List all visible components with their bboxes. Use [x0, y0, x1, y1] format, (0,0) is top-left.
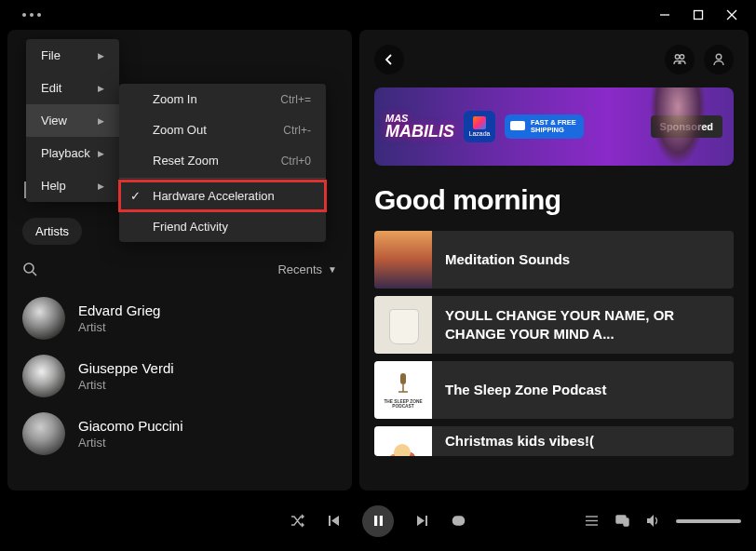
menu-playback[interactable]: Playback▶ — [26, 137, 119, 169]
shortcut-card[interactable]: YOULL CHANGE YOUR NAME, OR CHANGE YOUR M… — [374, 296, 734, 354]
card-title: Christmas kids vibes!( — [432, 432, 607, 450]
titlebar — [0, 0, 756, 30]
submenu-friend-activity[interactable]: Friend Activity — [119, 211, 326, 242]
artist-subtitle: Artist — [78, 436, 183, 450]
svg-point-10 — [680, 55, 683, 59]
card-artwork — [374, 231, 432, 289]
artist-row[interactable]: Edvard GriegArtist — [22, 289, 337, 347]
minimize-icon[interactable] — [659, 9, 670, 20]
chevron-right-icon: ▶ — [98, 51, 104, 60]
menu-help[interactable]: Help▶ — [26, 169, 119, 202]
volume-icon[interactable] — [645, 513, 661, 529]
friends-button[interactable] — [665, 45, 695, 74]
sort-recents[interactable]: Recents▼ — [277, 262, 337, 276]
svg-rect-26 — [624, 518, 628, 526]
artist-name: Edvard Grieg — [78, 302, 160, 318]
svg-rect-21 — [453, 517, 465, 525]
user-icon — [711, 52, 726, 67]
maximize-icon[interactable] — [693, 9, 704, 20]
artist-row[interactable]: Giacomo PucciniArtist — [22, 405, 337, 463]
svg-line-8 — [33, 272, 36, 276]
artist-name: Giacomo Puccini — [78, 418, 183, 434]
main-content: MASMABILIS Lazada FAST & FREESHIPPING Sp… — [359, 30, 749, 491]
chevron-right-icon: ▶ — [98, 149, 104, 158]
chevron-right-icon: ▶ — [98, 181, 104, 191]
menu-view[interactable]: View▶ — [26, 104, 119, 137]
next-icon[interactable] — [414, 513, 430, 529]
check-icon: ✓ — [130, 189, 141, 203]
svg-point-7 — [24, 263, 34, 273]
greeting-heading: Good morning — [374, 184, 734, 216]
microphone-icon — [394, 371, 412, 397]
svg-rect-15 — [329, 516, 331, 526]
volume-slider[interactable] — [676, 519, 741, 523]
shuffle-icon[interactable] — [290, 513, 305, 529]
friends-icon — [672, 52, 687, 67]
menu-separator — [119, 178, 326, 179]
artist-avatar — [22, 355, 65, 397]
banner-headline: MASMABILIS — [385, 114, 454, 140]
repeat-icon[interactable] — [451, 513, 466, 529]
card-artwork: THE SLEEP ZONE PODCAST — [374, 361, 432, 419]
main-menubar: File▶ Edit▶ View▶ Playback▶ Help▶ — [26, 39, 119, 202]
chevron-down-icon: ▼ — [328, 264, 337, 275]
menu-edit[interactable]: Edit▶ — [26, 72, 119, 104]
submenu-zoom-in[interactable]: Zoom InCtrl+= — [119, 84, 326, 114]
previous-icon[interactable] — [326, 513, 342, 529]
svg-marker-20 — [417, 516, 425, 526]
artist-avatar — [22, 412, 65, 455]
artist-row[interactable]: Giuseppe VerdiArtist — [22, 347, 337, 405]
svg-rect-18 — [379, 516, 382, 526]
devices-icon[interactable] — [614, 513, 630, 529]
shortcut-text: Ctrl+- — [283, 124, 311, 137]
artist-subtitle: Artist — [78, 320, 160, 334]
player-bar — [0, 491, 756, 551]
chevron-right-icon: ▶ — [98, 116, 104, 126]
chevron-left-icon — [383, 53, 396, 66]
lazada-badge: Lazada — [464, 111, 495, 142]
svg-rect-1 — [695, 11, 703, 20]
svg-marker-27 — [647, 515, 654, 527]
shipping-badge: FAST & FREESHIPPING — [505, 114, 584, 140]
play-pause-button[interactable] — [362, 505, 394, 537]
artist-subtitle: Artist — [78, 378, 174, 392]
svg-rect-19 — [425, 516, 427, 526]
back-button[interactable] — [374, 45, 404, 74]
banner-person-image — [650, 87, 706, 166]
app-menu-dots[interactable] — [7, 13, 41, 17]
submenu-hardware-acceleration[interactable]: ✓Hardware Acceleration — [119, 181, 326, 211]
submenu-reset-zoom[interactable]: Reset ZoomCtrl+0 — [119, 145, 326, 176]
card-title: YOULL CHANGE YOUR NAME, OR CHANGE YOUR M… — [432, 306, 734, 344]
window-controls — [659, 9, 749, 20]
shortcut-text: Ctrl+= — [280, 93, 311, 106]
search-icon[interactable] — [22, 262, 37, 276]
pause-icon — [371, 514, 385, 528]
svg-rect-17 — [374, 516, 377, 526]
filter-chip-artists[interactable]: Artists — [22, 218, 82, 245]
menu-file[interactable]: File▶ — [26, 39, 119, 72]
shortcut-card[interactable]: Meditation Sounds — [374, 231, 734, 289]
queue-icon[interactable] — [584, 513, 600, 529]
close-icon[interactable] — [726, 9, 737, 20]
shortcut-card[interactable]: THE SLEEP ZONE PODCAST The Sleep Zone Po… — [374, 361, 734, 419]
card-title: The Sleep Zone Podcast — [432, 381, 619, 399]
shortcut-text: Ctrl+0 — [281, 155, 311, 168]
card-title: Meditation Sounds — [432, 250, 583, 269]
artist-avatar — [22, 297, 65, 340]
view-submenu: Zoom InCtrl+= Zoom OutCtrl+- Reset ZoomC… — [119, 84, 326, 242]
shortcut-card[interactable]: Christmas kids vibes!( — [374, 426, 734, 456]
artist-name: Giuseppe Verdi — [78, 360, 174, 376]
submenu-zoom-out[interactable]: Zoom OutCtrl+- — [119, 114, 326, 145]
chevron-right-icon: ▶ — [98, 84, 104, 93]
card-artwork — [374, 296, 432, 354]
svg-point-11 — [716, 54, 722, 60]
sponsored-banner[interactable]: MASMABILIS Lazada FAST & FREESHIPPING Sp… — [374, 87, 734, 166]
svg-point-9 — [675, 55, 679, 59]
profile-button[interactable] — [704, 45, 734, 74]
svg-marker-16 — [331, 516, 339, 526]
svg-rect-12 — [400, 373, 406, 384]
card-artwork — [374, 426, 432, 456]
